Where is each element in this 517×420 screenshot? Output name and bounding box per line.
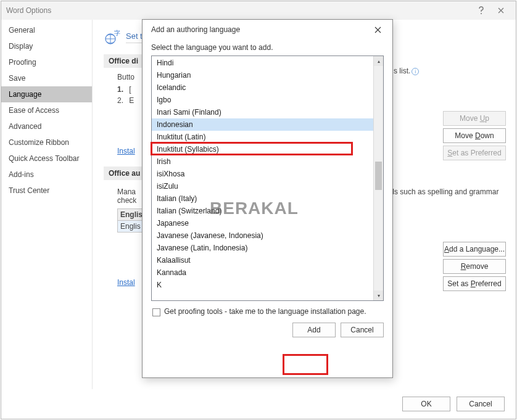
remove-button[interactable]: Remove xyxy=(443,259,506,274)
install-link-2[interactable]: Instal xyxy=(117,278,135,287)
add-language-button[interactable]: Add a Language... xyxy=(443,242,506,257)
language-option[interactable]: Igbo xyxy=(152,94,373,106)
sidebar-item-qat[interactable]: Quick Access Toolbar xyxy=(1,150,92,167)
language-option[interactable]: Hindi xyxy=(152,57,373,69)
language-option[interactable]: isiZulu xyxy=(152,180,373,192)
svg-text:字: 字 xyxy=(114,30,120,36)
language-option[interactable]: Hungarian xyxy=(152,69,373,81)
dialog-titlebar: Add an authoring language xyxy=(143,20,392,39)
sidebar-item-label: Save xyxy=(9,74,25,83)
add-confirm-button[interactable]: Add xyxy=(292,323,336,337)
sidebar-item-save[interactable]: Save xyxy=(1,70,92,86)
sidebar-item-label: Advanced xyxy=(9,122,41,131)
sidebar-item-language[interactable]: Language xyxy=(1,86,92,102)
close-icon xyxy=(498,7,504,14)
authoring-desc-tail: ools such as spelling and grammar xyxy=(384,187,498,196)
titlebar: Word Options xyxy=(1,1,516,20)
close-button[interactable] xyxy=(491,1,511,20)
dialog-close-button[interactable] xyxy=(368,20,387,39)
scrollbar[interactable]: ▴ ▾ xyxy=(373,56,383,300)
sidebar-item-trust-center[interactable]: Trust Center xyxy=(1,183,92,199)
language-option[interactable]: isiXhosa xyxy=(152,168,373,180)
category-sidebar: General Display Proofing Save Language E… xyxy=(1,20,93,389)
proofing-tools-checkbox[interactable] xyxy=(152,308,160,316)
sidebar-item-label: Proofing xyxy=(9,58,36,67)
window-title: Word Options xyxy=(6,6,51,15)
svg-point-0 xyxy=(481,13,482,14)
cancel-button[interactable]: Cancel xyxy=(457,397,505,411)
add-authoring-language-dialog: Add an authoring language Select the lan… xyxy=(142,19,393,378)
sidebar-item-label: Quick Access Toolbar xyxy=(9,154,80,163)
window-footer: OK Cancel xyxy=(402,397,505,411)
language-option[interactable]: Inuktitut (Latin) xyxy=(152,131,373,143)
language-option[interactable]: Icelandic xyxy=(152,81,373,94)
authoring-buttons: Add a Language... Remove Set as Preferre… xyxy=(443,242,506,291)
scroll-up-arrow-icon[interactable]: ▴ xyxy=(374,56,383,66)
dialog-prompt: Select the language you want to add. xyxy=(151,43,384,52)
language-option[interactable]: Kalaallisut xyxy=(152,254,373,266)
sidebar-item-general[interactable]: General xyxy=(1,22,92,38)
proofing-tools-label: Get proofing tools - take me to the lang… xyxy=(164,307,384,316)
language-option[interactable]: Javanese (Latin, Indonesia) xyxy=(152,242,373,254)
language-option[interactable]: Javanese (Javanese, Indonesia) xyxy=(152,229,373,242)
scroll-down-arrow-icon[interactable]: ▾ xyxy=(374,290,383,300)
install-link-1[interactable]: Instal xyxy=(117,147,135,155)
language-option[interactable]: Italian (Switzerland) xyxy=(152,205,373,217)
ok-button[interactable]: OK xyxy=(402,397,450,411)
move-up-button[interactable]: Move Up xyxy=(443,111,506,126)
language-option[interactable]: Italian (Italy) xyxy=(152,192,373,205)
dialog-cancel-button[interactable]: Cancel xyxy=(341,323,384,337)
set-preferred-button-2[interactable]: Set as Preferred xyxy=(443,276,506,291)
dialog-title: Add an authoring language xyxy=(151,25,240,34)
set-preferred-button-1[interactable]: Set as Preferred xyxy=(443,146,506,160)
hidden-hint-tail: s list.i xyxy=(394,67,419,75)
sidebar-item-proofing[interactable]: Proofing xyxy=(1,54,92,70)
sidebar-item-label: Language xyxy=(9,90,41,99)
language-option[interactable]: Inari Sami (Finland) xyxy=(152,106,373,118)
sidebar-item-addins[interactable]: Add-ins xyxy=(1,167,92,183)
language-option[interactable]: Kannada xyxy=(152,266,373,279)
scroll-track[interactable] xyxy=(374,66,383,290)
display-buttons: Move Up Move Down Set as Preferred xyxy=(443,111,506,160)
sidebar-item-display[interactable]: Display xyxy=(1,38,92,54)
language-option[interactable]: Japanese xyxy=(152,217,373,229)
dialog-footer: Add Cancel xyxy=(151,316,384,337)
language-option[interactable]: Inuktitut (Syllabics) xyxy=(152,143,373,155)
sidebar-item-advanced[interactable]: Advanced xyxy=(1,118,92,134)
sidebar-item-label: Add-ins xyxy=(9,170,34,179)
sidebar-item-label: General xyxy=(9,26,35,35)
sidebar-item-label: Trust Center xyxy=(9,186,49,195)
help-icon xyxy=(478,6,484,15)
help-button[interactable] xyxy=(471,1,491,20)
proofing-tools-row: Get proofing tools - take me to the lang… xyxy=(151,301,384,316)
scroll-thumb[interactable] xyxy=(375,162,382,190)
language-listbox[interactable]: HindiHungarianIcelandicIgboInari Sami (F… xyxy=(151,56,384,301)
sidebar-item-label: Display xyxy=(9,42,33,51)
dialog-body: Select the language you want to add. Hin… xyxy=(143,39,392,377)
sidebar-item-label: Customize Ribbon xyxy=(9,138,69,147)
listbox-view: HindiHungarianIcelandicIgboInari Sami (F… xyxy=(152,56,373,300)
sidebar-item-label: Ease of Access xyxy=(9,106,59,115)
language-option[interactable]: Indonesian xyxy=(152,118,373,131)
move-down-button[interactable]: Move Down xyxy=(443,128,506,143)
info-icon[interactable]: i xyxy=(412,68,419,75)
language-globe-icon: 字 xyxy=(104,28,121,46)
language-option[interactable]: Irish xyxy=(152,155,373,168)
sidebar-item-customize-ribbon[interactable]: Customize Ribbon xyxy=(1,134,92,150)
close-icon xyxy=(374,27,381,33)
language-option[interactable]: K xyxy=(152,279,373,291)
sidebar-item-ease[interactable]: Ease of Access xyxy=(1,102,92,118)
